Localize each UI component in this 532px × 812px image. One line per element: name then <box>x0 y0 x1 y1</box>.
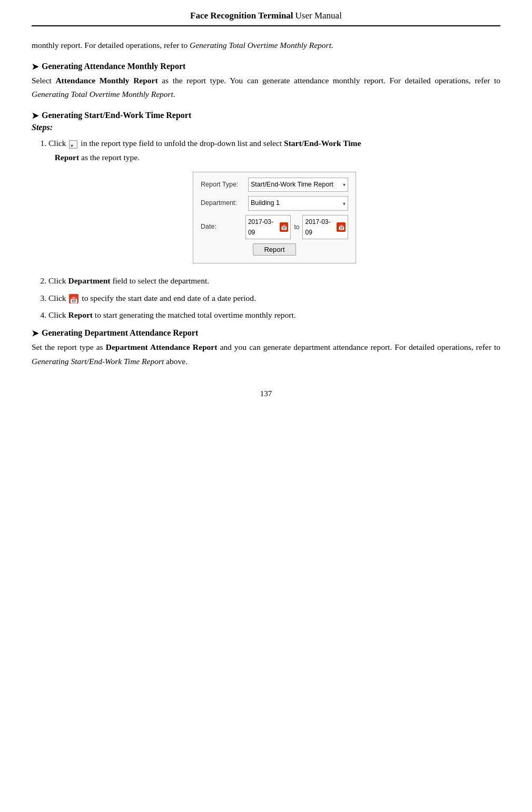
step-3: Click to specify the start date and end … <box>48 291 500 305</box>
date-start-value: 2017-03-09 <box>248 217 278 238</box>
step1-text-before: Click <box>48 139 68 148</box>
section1-body: Select Attendance Monthly Report as the … <box>32 74 500 102</box>
step3-text-before: Click <box>48 294 68 302</box>
department-value: Building 1 <box>251 198 280 209</box>
step3-text-after: to specify the start date and end date o… <box>82 294 256 302</box>
dropdown-icon <box>69 140 77 149</box>
report-type-field[interactable]: Start/End-Work Time Report ▾ <box>248 178 348 192</box>
step4-bold: Report <box>68 310 93 319</box>
section2-title: Generating Start/End-Work Time Report <box>42 111 191 120</box>
header-subtitle: User Manual <box>295 11 342 21</box>
header-title: Face Recognition Terminal <box>190 11 293 21</box>
section1-bold: Attendance Monthly Report <box>55 76 157 85</box>
report-type-label: Report Type: <box>201 179 248 190</box>
date-end-cal-icon[interactable]: 📅 <box>337 222 346 232</box>
section3-middle: and you can generate department attendan… <box>217 343 500 351</box>
step-1: Click in the report type field to unfold… <box>48 136 500 263</box>
date-start-input[interactable]: 2017-03-09 📅 <box>245 215 291 240</box>
step1-text-after: in the report type field to unfold the d… <box>81 139 361 148</box>
page-number: 137 <box>260 389 272 398</box>
section3-prefix: Set the report type as <box>32 343 106 351</box>
section3-suffix: above. <box>164 357 188 366</box>
date-to-text: to <box>294 222 299 232</box>
intro-paragraph: monthly report. For detailed operations,… <box>32 39 500 52</box>
step-4: Click Report to start generating the mat… <box>48 308 500 322</box>
step2-text: Click Department field to select the dep… <box>48 276 209 285</box>
step-2: Click Department field to select the dep… <box>48 274 500 288</box>
form-row-department: Department: Building 1 ▾ <box>201 196 348 210</box>
steps-list: Click in the report type field to unfold… <box>48 136 500 322</box>
form-row-date: Date: 2017-03-09 📅 to 2017-03-09 📅 <box>201 215 348 240</box>
step2-bold: Department <box>68 276 110 285</box>
section1-link: Generating Total Overtime Monthly Report… <box>32 90 175 99</box>
form-screenshot: Report Type: Start/End-Work Time Report … <box>193 172 356 263</box>
date-label: Date: <box>201 221 245 232</box>
report-btn-row: Report <box>201 243 348 256</box>
intro-text: monthly report. For detailed operations,… <box>32 41 190 50</box>
step4-text: Click Report to start generating the mat… <box>48 310 296 319</box>
date-row: 2017-03-09 📅 to 2017-03-09 📅 <box>245 215 348 240</box>
section3-title: Generating Department Attendance Report <box>42 328 198 338</box>
section3-heading: ➤ Generating Department Attendance Repor… <box>32 328 500 338</box>
section1-middle: as the report type. You can generate att… <box>158 76 500 85</box>
section2-arrow: ➤ <box>32 111 38 121</box>
step1-report-bold: Report <box>55 153 80 162</box>
report-type-value: Start/End-Work Time Report <box>251 179 333 190</box>
date-end-input[interactable]: 2017-03-09 📅 <box>302 215 348 240</box>
section3-arrow: ➤ <box>32 328 38 338</box>
form-row-report-type: Report Type: Start/End-Work Time Report … <box>201 178 348 192</box>
section1-arrow: ➤ <box>32 62 38 72</box>
date-end-value: 2017-03-09 <box>305 217 335 238</box>
department-field[interactable]: Building 1 ▾ <box>248 196 348 210</box>
report-type-chevron: ▾ <box>343 180 346 189</box>
calendar-icon-step3 <box>69 294 78 304</box>
section3-link: Generating Start/End-Work Time Report <box>32 357 164 366</box>
date-start-cal-icon[interactable]: 📅 <box>280 222 289 232</box>
section1-heading: ➤ Generating Attendance Monthly Report <box>32 62 500 72</box>
section1-title: Generating Attendance Monthly Report <box>42 62 185 71</box>
section2-heading: ➤ Generating Start/End-Work Time Report <box>32 111 500 121</box>
page-header: Face Recognition Terminal User Manual <box>32 11 500 26</box>
steps-label: Steps: <box>32 123 500 132</box>
step1-indent: Report as the report type. <box>48 153 140 162</box>
page-footer: 137 <box>32 389 500 398</box>
intro-link: Generating Total Overtime Monthly Report… <box>190 41 333 50</box>
section1-prefix: Select <box>32 76 55 85</box>
section3-body: Set the report type as Department Attend… <box>32 340 500 368</box>
report-button[interactable]: Report <box>253 243 295 256</box>
department-chevron: ▾ <box>343 199 346 208</box>
section3-bold: Department Attendance Report <box>106 343 218 351</box>
department-label: Department: <box>201 198 248 209</box>
